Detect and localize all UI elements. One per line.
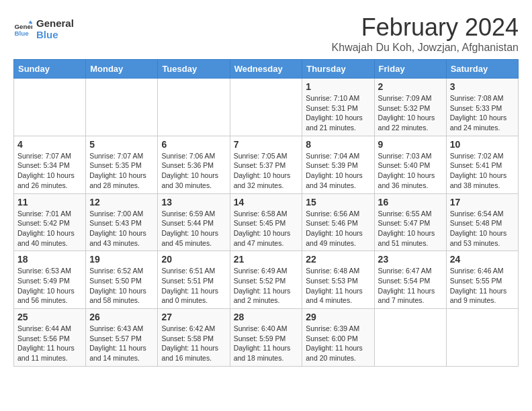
location-title: Khwajah Du Koh, Jowzjan, Afghanistan <box>332 42 519 54</box>
day-info: Sunrise: 7:07 AM Sunset: 5:34 PM Dayligh… <box>17 151 82 191</box>
day-number: 9 <box>378 139 443 150</box>
day-info: Sunrise: 6:46 AM Sunset: 5:55 PM Dayligh… <box>450 266 515 306</box>
day-info: Sunrise: 7:08 AM Sunset: 5:33 PM Dayligh… <box>450 93 515 133</box>
day-info: Sunrise: 6:58 AM Sunset: 5:45 PM Dayligh… <box>234 209 299 248</box>
calendar-cell: 7Sunrise: 7:05 AM Sunset: 5:37 PM Daylig… <box>230 136 302 193</box>
calendar-cell: 15Sunrise: 6:56 AM Sunset: 5:46 PM Dayli… <box>302 193 374 251</box>
day-number: 29 <box>306 312 370 322</box>
calendar-cell: 18Sunrise: 6:53 AM Sunset: 5:49 PM Dayli… <box>14 251 86 309</box>
calendar-cell: 26Sunrise: 6:43 AM Sunset: 5:57 PM Dayli… <box>86 309 158 367</box>
day-info: Sunrise: 6:51 AM Sunset: 5:51 PM Dayligh… <box>161 266 226 306</box>
month-title: February 2024 <box>332 13 519 42</box>
day-number: 21 <box>234 254 299 265</box>
header-cell-wednesday: Wednesday <box>230 60 302 79</box>
day-number: 26 <box>89 312 154 322</box>
calendar-cell: 4Sunrise: 7:07 AM Sunset: 5:34 PM Daylig… <box>14 136 86 193</box>
day-number: 25 <box>17 312 82 322</box>
day-number: 2 <box>378 81 443 92</box>
calendar-cell: 2Sunrise: 7:09 AM Sunset: 5:32 PM Daylig… <box>374 79 446 136</box>
day-info: Sunrise: 6:44 AM Sunset: 5:56 PM Dayligh… <box>17 324 82 363</box>
header-cell-friday: Friday <box>374 60 446 79</box>
day-info: Sunrise: 6:40 AM Sunset: 5:59 PM Dayligh… <box>234 324 299 363</box>
calendar-cell: 16Sunrise: 6:55 AM Sunset: 5:47 PM Dayli… <box>374 193 446 251</box>
day-info: Sunrise: 6:43 AM Sunset: 5:57 PM Dayligh… <box>89 324 154 363</box>
logo: General Blue General Blue <box>13 17 74 41</box>
calendar-cell: 22Sunrise: 6:48 AM Sunset: 5:53 PM Dayli… <box>302 251 374 309</box>
day-info: Sunrise: 6:48 AM Sunset: 5:53 PM Dayligh… <box>306 266 370 306</box>
day-info: Sunrise: 6:53 AM Sunset: 5:49 PM Dayligh… <box>17 266 82 306</box>
day-number: 22 <box>306 254 370 265</box>
day-number: 1 <box>306 81 370 92</box>
calendar-cell: 17Sunrise: 6:54 AM Sunset: 5:48 PM Dayli… <box>446 193 518 251</box>
day-info: Sunrise: 7:10 AM Sunset: 5:31 PM Dayligh… <box>306 93 370 133</box>
calendar-week-row: 25Sunrise: 6:44 AM Sunset: 5:56 PM Dayli… <box>14 309 519 367</box>
calendar-cell: 9Sunrise: 7:03 AM Sunset: 5:40 PM Daylig… <box>374 136 446 193</box>
day-number: 19 <box>89 254 154 265</box>
day-info: Sunrise: 7:09 AM Sunset: 5:32 PM Dayligh… <box>378 93 443 133</box>
day-number: 11 <box>17 197 82 208</box>
page-header: General Blue General Blue February 2024 … <box>13 13 519 54</box>
day-number: 3 <box>450 81 515 92</box>
calendar-week-row: 18Sunrise: 6:53 AM Sunset: 5:49 PM Dayli… <box>14 251 519 309</box>
day-number: 10 <box>450 139 515 150</box>
calendar-cell: 11Sunrise: 7:01 AM Sunset: 5:42 PM Dayli… <box>14 193 86 251</box>
day-info: Sunrise: 6:55 AM Sunset: 5:47 PM Dayligh… <box>378 209 443 248</box>
logo-icon: General Blue <box>13 19 32 38</box>
calendar-cell: 20Sunrise: 6:51 AM Sunset: 5:51 PM Dayli… <box>158 251 230 309</box>
header-cell-monday: Monday <box>86 60 158 79</box>
day-info: Sunrise: 6:42 AM Sunset: 5:58 PM Dayligh… <box>161 324 226 363</box>
day-number: 8 <box>306 139 370 150</box>
day-info: Sunrise: 6:52 AM Sunset: 5:50 PM Dayligh… <box>89 266 154 306</box>
day-info: Sunrise: 6:59 AM Sunset: 5:44 PM Dayligh… <box>161 209 226 248</box>
logo-line1: General <box>36 17 74 29</box>
day-info: Sunrise: 6:49 AM Sunset: 5:52 PM Dayligh… <box>234 266 299 306</box>
calendar-cell <box>14 79 86 136</box>
day-info: Sunrise: 7:07 AM Sunset: 5:35 PM Dayligh… <box>89 151 154 191</box>
calendar-table: SundayMondayTuesdayWednesdayThursdayFrid… <box>13 59 519 367</box>
day-number: 28 <box>234 312 299 322</box>
day-info: Sunrise: 6:47 AM Sunset: 5:54 PM Dayligh… <box>378 266 443 306</box>
calendar-cell: 29Sunrise: 6:39 AM Sunset: 6:00 PM Dayli… <box>302 309 374 367</box>
day-number: 6 <box>161 139 226 150</box>
header-cell-tuesday: Tuesday <box>158 60 230 79</box>
calendar-week-row: 11Sunrise: 7:01 AM Sunset: 5:42 PM Dayli… <box>14 193 519 251</box>
day-number: 5 <box>89 139 154 150</box>
day-number: 27 <box>161 312 226 322</box>
calendar-cell: 12Sunrise: 7:00 AM Sunset: 5:43 PM Dayli… <box>86 193 158 251</box>
header-cell-thursday: Thursday <box>302 60 374 79</box>
calendar-cell: 19Sunrise: 6:52 AM Sunset: 5:50 PM Dayli… <box>86 251 158 309</box>
calendar-week-row: 4Sunrise: 7:07 AM Sunset: 5:34 PM Daylig… <box>14 136 519 193</box>
day-number: 4 <box>17 139 82 150</box>
calendar-cell: 3Sunrise: 7:08 AM Sunset: 5:33 PM Daylig… <box>446 79 518 136</box>
calendar-cell: 5Sunrise: 7:07 AM Sunset: 5:35 PM Daylig… <box>86 136 158 193</box>
day-number: 12 <box>89 197 154 208</box>
calendar-cell <box>86 79 158 136</box>
day-number: 24 <box>450 254 515 265</box>
calendar-cell: 6Sunrise: 7:06 AM Sunset: 5:36 PM Daylig… <box>158 136 230 193</box>
calendar-cell: 14Sunrise: 6:58 AM Sunset: 5:45 PM Dayli… <box>230 193 302 251</box>
day-number: 20 <box>161 254 226 265</box>
header-row: SundayMondayTuesdayWednesdayThursdayFrid… <box>14 60 519 79</box>
day-number: 14 <box>234 197 299 208</box>
day-number: 15 <box>306 197 370 208</box>
day-info: Sunrise: 7:06 AM Sunset: 5:36 PM Dayligh… <box>161 151 226 191</box>
day-info: Sunrise: 7:01 AM Sunset: 5:42 PM Dayligh… <box>17 209 82 248</box>
title-section: February 2024 Khwajah Du Koh, Jowzjan, A… <box>332 13 519 54</box>
calendar-cell: 24Sunrise: 6:46 AM Sunset: 5:55 PM Dayli… <box>446 251 518 309</box>
day-info: Sunrise: 7:05 AM Sunset: 5:37 PM Dayligh… <box>234 151 299 191</box>
day-info: Sunrise: 6:39 AM Sunset: 6:00 PM Dayligh… <box>306 324 370 363</box>
header-cell-sunday: Sunday <box>14 60 86 79</box>
day-number: 18 <box>17 254 82 265</box>
calendar-cell <box>158 79 230 136</box>
calendar-cell: 27Sunrise: 6:42 AM Sunset: 5:58 PM Dayli… <box>158 309 230 367</box>
day-info: Sunrise: 7:00 AM Sunset: 5:43 PM Dayligh… <box>89 209 154 248</box>
day-number: 23 <box>378 254 443 265</box>
calendar-cell: 21Sunrise: 6:49 AM Sunset: 5:52 PM Dayli… <box>230 251 302 309</box>
day-info: Sunrise: 7:02 AM Sunset: 5:41 PM Dayligh… <box>450 151 515 191</box>
calendar-cell: 23Sunrise: 6:47 AM Sunset: 5:54 PM Dayli… <box>374 251 446 309</box>
day-info: Sunrise: 7:04 AM Sunset: 5:39 PM Dayligh… <box>306 151 370 191</box>
logo-line2: Blue <box>36 29 74 40</box>
calendar-cell: 28Sunrise: 6:40 AM Sunset: 5:59 PM Dayli… <box>230 309 302 367</box>
calendar-cell: 13Sunrise: 6:59 AM Sunset: 5:44 PM Dayli… <box>158 193 230 251</box>
day-info: Sunrise: 6:54 AM Sunset: 5:48 PM Dayligh… <box>450 209 515 248</box>
